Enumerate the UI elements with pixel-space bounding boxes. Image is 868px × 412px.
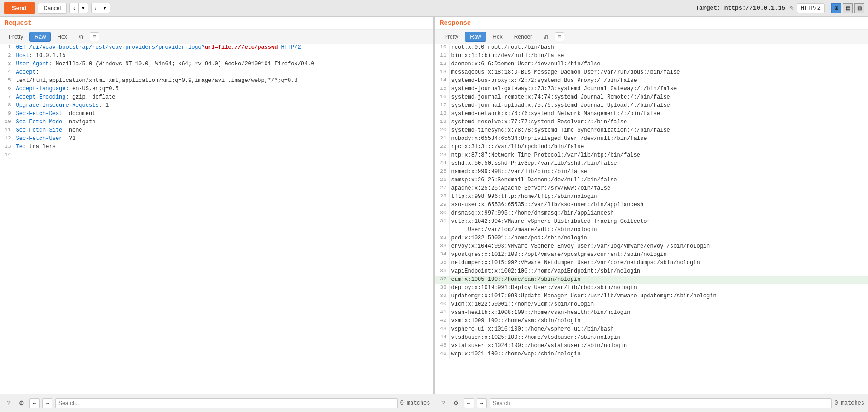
table-row: 13Te: trailers: [0, 144, 433, 152]
line-content: tftp:x:998:996:tftp:/home/tftp:/sbin/nol…: [449, 193, 868, 202]
request-search-bar: ? ⚙ ← → 0 matches: [0, 394, 434, 412]
table-row: 33envoy:x:1044:993:VMware vSphere Envoy …: [435, 243, 868, 251]
table-row: 7Accept-Encoding: gzip, deflate: [0, 94, 433, 102]
line-content: pod:x:1032:59001::/home/pod:/sbin/nologi…: [449, 235, 868, 243]
table-row: 31vdtc:x:1042:994:VMware vSphere Distrib…: [435, 218, 868, 226]
table-row: User:/var/log/vmware/vdtc:/sbin/nologin: [435, 226, 868, 235]
line-content: User:/var/log/vmware/vdtc:/sbin/nologin: [449, 226, 868, 235]
prev-dropdown-button[interactable]: ▾: [79, 3, 88, 13]
line-number: 19: [435, 119, 449, 127]
cancel-button[interactable]: Cancel: [38, 3, 67, 14]
line-number: 37: [435, 276, 449, 284]
line-content: vsan-health:x:1008:100::/home/vsan-healt…: [449, 309, 868, 318]
line-number: 7: [0, 94, 14, 102]
right-view-button[interactable]: ▥: [854, 3, 864, 13]
left-view-button[interactable]: ▤: [843, 3, 853, 13]
target-label: Target: https://10.0.1.15: [695, 5, 785, 12]
prev-button[interactable]: ‹: [69, 3, 79, 13]
table-row: 12Sec-Fetch-User: ?1: [0, 135, 433, 144]
tab-response-pretty[interactable]: Pretty: [439, 32, 463, 42]
line-content: root:x:0:0:root:/root:/bin/bash: [449, 44, 868, 52]
response-tab-bar: Pretty Raw Hex Render \n ≡: [435, 30, 868, 44]
line-content: vsm:x:1009:100::/home/vsm:/sbin/nologin: [449, 318, 868, 326]
line-number: 36: [435, 268, 449, 276]
table-row: 4Accept:: [0, 69, 433, 77]
table-row: 46wcp:x:1021:100::/home/wcp:/sbin/nologi…: [435, 351, 868, 359]
line-number: 28: [435, 193, 449, 202]
line-content: named:x:999:998::/var/lib/bind:/bin/fals…: [449, 168, 868, 177]
line-number: 21: [435, 135, 449, 144]
line-content: systemd-network:x:76:76:systemd Network …: [449, 110, 868, 119]
response-next-match-button[interactable]: →: [477, 398, 487, 408]
request-help-icon[interactable]: ?: [4, 398, 14, 408]
line-number: 40: [435, 301, 449, 309]
tab-request-pretty[interactable]: Pretty: [4, 32, 28, 42]
tab-response-menu[interactable]: ≡: [555, 32, 564, 41]
request-next-match-button[interactable]: →: [42, 398, 52, 408]
tab-request-menu[interactable]: ≡: [90, 32, 99, 41]
table-row: 16systemd-journal-remote:x:74:74:systemd…: [435, 94, 868, 102]
response-code-area[interactable]: 10root:x:0:0:root:/root:/bin/bash11bin:x…: [435, 44, 868, 394]
line-content: Accept:: [14, 69, 433, 77]
table-row: 30dnsmasq:x:997:995::/home/dnsmasq:/bin/…: [435, 210, 868, 218]
line-content: systemd-resolve:x:77:77:systemd Resolver…: [449, 119, 868, 127]
line-content: GET /ui/vcav-bootstrap/rest/vcav-provide…: [14, 44, 433, 52]
line-content: vdtc:x:1042:994:VMware vSphere Distribut…: [449, 218, 868, 226]
next-dropdown-button[interactable]: ▾: [100, 3, 110, 13]
table-row: 14: [0, 152, 433, 160]
table-row: 18systemd-network:x:76:76:systemd Networ…: [435, 110, 868, 119]
line-number: 42: [435, 318, 449, 326]
edit-target-icon[interactable]: ✎: [790, 4, 793, 12]
toolbar: Send Cancel ‹ ▾ › ▾ Target: https://10.0…: [0, 0, 868, 17]
line-content: apache:x:25:25:Apache Server:/srv/www:/b…: [449, 185, 868, 193]
line-content: dnsmasq:x:997:995::/home/dnsmasq:/bin/ap…: [449, 210, 868, 218]
line-content: text/html,application/xhtml+xml,applicat…: [14, 77, 433, 86]
line-number: 38: [435, 284, 449, 293]
prev-nav-group: ‹ ▾: [69, 3, 88, 13]
response-code-table: 10root:x:0:0:root:/root:/bin/bash11bin:x…: [435, 44, 868, 359]
table-row: 40vlcm:x:1022:59001::/home/vlcm:/sbin/no…: [435, 301, 868, 309]
line-content: systemd-timesync:x:78:78:systemd Time Sy…: [449, 127, 868, 135]
response-prev-match-button[interactable]: ←: [464, 398, 474, 408]
next-button[interactable]: ›: [91, 3, 100, 13]
response-search-input[interactable]: [490, 398, 832, 408]
tab-response-render[interactable]: Render: [509, 32, 537, 42]
table-row: 26smmsp:x:26:26:Sendmail Daemon:/dev/nul…: [435, 177, 868, 185]
line-content: deploy:x:1019:991:Deploy User:/var/lib/r…: [449, 284, 868, 293]
line-number: [435, 226, 449, 235]
table-row: 25named:x:999:998::/var/lib/bind:/bin/fa…: [435, 168, 868, 177]
request-panel-title: Request: [0, 17, 433, 30]
response-panel-title: Response: [435, 17, 868, 30]
tab-request-raw[interactable]: Raw: [29, 32, 51, 42]
send-button[interactable]: Send: [4, 2, 35, 14]
request-settings-icon[interactable]: ⚙: [17, 398, 27, 408]
line-number: 1: [0, 44, 14, 52]
request-search-input[interactable]: [55, 398, 398, 408]
tab-response-raw[interactable]: Raw: [465, 32, 486, 42]
line-number: 9: [0, 110, 14, 119]
split-view-button[interactable]: ⊞: [831, 3, 841, 13]
line-content: smmsp:x:26:26:Sendmail Daemon:/dev/null:…: [449, 177, 868, 185]
table-row: 9Sec-Fetch-Dest: document: [0, 110, 433, 119]
tab-request-hex[interactable]: Hex: [52, 32, 72, 42]
line-number: 14: [0, 152, 14, 160]
request-code-area[interactable]: 1GET /ui/vcav-bootstrap/rest/vcav-provid…: [0, 44, 433, 394]
line-content: Accept-Encoding: gzip, deflate: [14, 94, 433, 102]
request-tab-bar: Pretty Raw Hex \n ≡: [0, 30, 433, 44]
line-number: 34: [435, 251, 449, 260]
tab-request-newline[interactable]: \n: [74, 32, 88, 42]
response-help-icon[interactable]: ?: [438, 398, 448, 408]
line-number: 13: [0, 144, 14, 152]
request-prev-match-button[interactable]: ←: [29, 398, 40, 408]
line-content: sshd:x:50:50:sshd PrivSep:/var/lib/sshd:…: [449, 160, 868, 168]
response-settings-icon[interactable]: ⚙: [451, 398, 461, 408]
table-row: 15systemd-journal-gateway:x:73:73:system…: [435, 86, 868, 94]
line-number: 12: [0, 135, 14, 144]
tab-response-hex[interactable]: Hex: [487, 32, 507, 42]
table-row: 37eam:x:1005:100::/home/eam:/sbin/nologi…: [435, 276, 868, 284]
table-row: 2Host: 10.0.1.15: [0, 52, 433, 61]
view-mode-buttons: ⊞ ▤ ▥: [831, 3, 864, 13]
tab-response-newline[interactable]: \n: [538, 32, 553, 42]
line-content: systemd-journal-remote:x:74:74:systemd J…: [449, 94, 868, 102]
table-row: 28tftp:x:998:996:tftp:/home/tftp:/sbin/n…: [435, 193, 868, 202]
